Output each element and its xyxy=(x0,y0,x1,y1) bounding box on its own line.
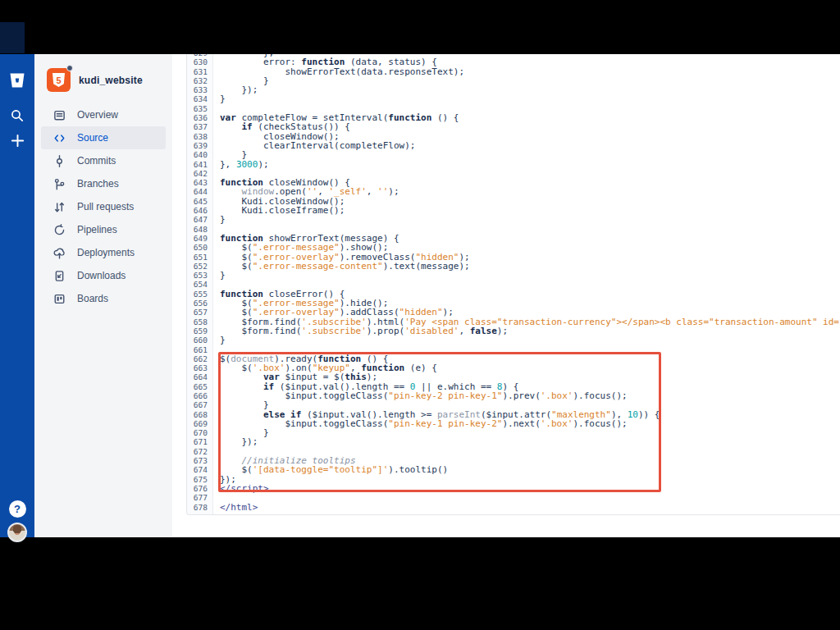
line-number[interactable]: 675 xyxy=(187,475,212,484)
code-line-text: $form.find('.subscribe').prop('disabled'… xyxy=(212,326,508,336)
code-line-text: </script> xyxy=(212,484,269,493)
code-line: 633 }); xyxy=(187,85,840,94)
line-number[interactable]: 657 xyxy=(187,308,212,317)
add-icon[interactable] xyxy=(0,130,34,151)
line-number[interactable]: 654 xyxy=(187,280,212,289)
line-number[interactable]: 673 xyxy=(187,456,212,465)
line-number[interactable]: 672 xyxy=(187,447,212,456)
line-number[interactable]: 656 xyxy=(187,299,212,308)
line-number[interactable]: 646 xyxy=(187,206,212,215)
code-line-text xyxy=(212,345,220,354)
source-file-view[interactable]: 629 },630 error: function (data, status)… xyxy=(186,54,840,515)
help-icon[interactable]: ? xyxy=(0,499,34,518)
line-number[interactable]: 648 xyxy=(187,225,212,234)
line-number[interactable]: 638 xyxy=(187,132,212,141)
sidebar-item-boards[interactable]: Boards xyxy=(41,287,166,310)
line-number[interactable]: 667 xyxy=(187,400,212,409)
line-number[interactable]: 630 xyxy=(187,57,212,66)
line-number[interactable]: 659 xyxy=(187,326,212,336)
line-number[interactable]: 668 xyxy=(187,410,212,419)
code-line-text: } xyxy=(212,215,226,224)
line-number[interactable]: 676 xyxy=(187,484,212,493)
line-number[interactable]: 653 xyxy=(187,271,212,280)
code-line: 634} xyxy=(187,94,840,103)
sidebar-item-downloads[interactable]: Downloads xyxy=(41,264,166,287)
line-number[interactable]: 636 xyxy=(187,113,212,122)
line-number[interactable]: 661 xyxy=(187,345,212,354)
code-line: 632 } xyxy=(187,76,840,85)
line-number[interactable]: 652 xyxy=(187,262,212,271)
sidebar-item-branches[interactable]: Branches xyxy=(41,172,166,195)
bitbucket-logo[interactable] xyxy=(0,69,34,92)
code-line-text: }, 3000); xyxy=(212,160,269,169)
line-number[interactable]: 639 xyxy=(187,141,212,150)
line-number[interactable]: 669 xyxy=(187,419,212,428)
code-line-text: } xyxy=(212,271,226,280)
sidebar-item-deployments[interactable]: Deployments xyxy=(41,241,166,264)
code-line: 639 clearInterval(completeFlow); xyxy=(187,141,840,150)
top-letterbox xyxy=(0,0,840,54)
app-rail: ? xyxy=(0,54,34,537)
line-number[interactable]: 678 xyxy=(187,503,212,512)
code-line-text: } xyxy=(212,94,226,103)
sidebar-item-label: Branches xyxy=(77,178,119,189)
code-line-text xyxy=(212,280,220,289)
line-number[interactable]: 670 xyxy=(187,428,212,437)
sidebar-item-pipelines[interactable]: Pipelines xyxy=(41,218,166,241)
code-line-text: </html> xyxy=(212,503,258,512)
code-line: 640 } xyxy=(187,150,840,159)
bitbucket-logo-icon xyxy=(7,71,27,90)
code-line: 669 $input.toggleClass("pin-key-1 pin-ke… xyxy=(187,419,840,428)
line-number[interactable]: 634 xyxy=(187,94,212,103)
line-number[interactable]: 666 xyxy=(187,391,212,400)
line-number[interactable]: 658 xyxy=(187,317,212,326)
code-line: 670 } xyxy=(187,428,840,437)
avatar xyxy=(7,523,27,542)
sidebar-item-source[interactable]: Source xyxy=(41,126,166,149)
line-number[interactable]: 640 xyxy=(187,150,212,159)
sidebar-item-commits[interactable]: Commits xyxy=(41,149,166,172)
code-line: 677 xyxy=(187,493,840,502)
line-number[interactable]: 650 xyxy=(187,243,212,252)
code-line: 674 $('[data-toggle="tooltip"]').tooltip… xyxy=(187,465,840,474)
line-number[interactable]: 677 xyxy=(187,493,212,502)
line-number[interactable]: 665 xyxy=(187,382,212,391)
repo-header[interactable]: 5 kudi_website xyxy=(47,68,143,92)
code-line: 646 Kudi.closeIframe(); xyxy=(187,206,840,215)
line-number[interactable]: 631 xyxy=(187,67,212,76)
line-number[interactable]: 671 xyxy=(187,437,212,446)
code-line: 659 $form.find('.subscribe').prop('disab… xyxy=(187,326,840,336)
private-lock-badge xyxy=(66,65,73,71)
line-number[interactable]: 664 xyxy=(187,372,212,381)
line-number[interactable]: 641 xyxy=(187,160,212,169)
sidebar-item-pull-requests[interactable]: Pull requests xyxy=(41,195,166,218)
line-number[interactable]: 663 xyxy=(187,363,212,372)
line-number[interactable]: 674 xyxy=(187,465,212,474)
line-number[interactable]: 644 xyxy=(187,187,212,196)
line-number[interactable]: 662 xyxy=(187,354,212,363)
line-number[interactable]: 647 xyxy=(187,215,212,224)
line-number[interactable]: 635 xyxy=(187,104,212,113)
line-number[interactable]: 637 xyxy=(187,122,212,131)
line-number[interactable]: 643 xyxy=(187,178,212,187)
code-line: 666 $input.toggleClass("pin-key-2 pin-ke… xyxy=(187,391,840,400)
code-line-text xyxy=(212,104,220,113)
search-icon[interactable] xyxy=(0,105,34,126)
sidebar-item-overview[interactable]: Overview xyxy=(41,103,166,126)
user-avatar[interactable] xyxy=(0,520,34,545)
code-line-text xyxy=(212,447,220,456)
line-number[interactable]: 649 xyxy=(187,234,212,243)
line-number[interactable]: 651 xyxy=(187,253,212,262)
overview-icon xyxy=(52,108,66,121)
sidebar-item-label: Commits xyxy=(77,155,116,167)
code-line-text: $('[data-toggle="tooltip"]').tooltip() xyxy=(212,465,448,474)
line-number[interactable]: 645 xyxy=(187,197,212,206)
line-number[interactable]: 642 xyxy=(187,169,212,178)
repo-sidebar: 5 kudi_website OverviewSourceCommitsBran… xyxy=(34,54,172,537)
sidebar-item-label: Downloads xyxy=(77,270,126,281)
line-number[interactable]: 655 xyxy=(187,290,212,299)
line-number[interactable]: 633 xyxy=(187,85,212,94)
downloads-icon xyxy=(52,269,66,282)
line-number[interactable]: 632 xyxy=(187,76,212,85)
line-number[interactable]: 660 xyxy=(187,336,212,345)
